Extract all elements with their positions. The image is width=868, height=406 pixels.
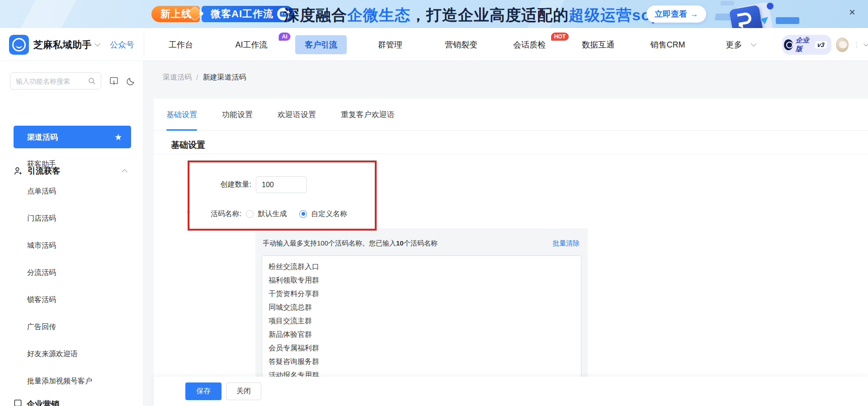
close-button[interactable]: 关闭: [226, 382, 261, 400]
dark-mode-moon-icon[interactable]: [127, 77, 135, 85]
star-icon[interactable]: ★: [114, 132, 122, 142]
sidebar: 引流获客 渠道活码 ★ 获客助手 点单活码 门店活码 城市活码 分流活码 锁客活…: [0, 61, 144, 406]
chevron-down-icon: [94, 41, 100, 47]
nav-item-label: 客户引流: [295, 35, 347, 54]
sidebar-item-city-code[interactable]: 城市活码: [0, 232, 144, 259]
content-area: 渠道活码 / 新建渠道活码 基础设置 功能设置 欢迎语设置 重复客户欢迎语 基础…: [144, 61, 868, 406]
ai-badge: AI: [279, 33, 291, 41]
sidebar-section-partial[interactable]: 企业营销: [14, 399, 59, 406]
banner-headline: 深度融合企微生态，打造企业高度适配的超级运营sop: [284, 5, 660, 26]
breadcrumb-current: 新建渠道活码: [203, 73, 246, 82]
sidebar-item-friend-source-welcome[interactable]: 好友来源欢迎语: [0, 340, 144, 368]
chevron-down-icon[interactable]: [863, 41, 868, 46]
tab-label: 功能设置: [222, 109, 253, 120]
create-count-input[interactable]: [256, 176, 307, 193]
user-zone: 企业版 v3 ⋮: [782, 28, 868, 61]
sidebar-item-ad-callback[interactable]: 广告回传: [0, 313, 144, 340]
nav-item-workbench[interactable]: 工作台: [159, 28, 203, 61]
save-button[interactable]: 保存: [185, 382, 222, 400]
name-line: 粉丝交流群入口: [269, 260, 575, 274]
nav-item-label: 会话质检: [504, 35, 555, 54]
sidebar-item-acquisition-assistant[interactable]: 获客助手: [0, 151, 144, 178]
create-count-label: 创建数量:: [194, 180, 251, 189]
banner-decoration: [16, 0, 79, 28]
nav-item-sales-crm[interactable]: 销售CRM: [641, 28, 695, 61]
hot-badge: HOT: [551, 33, 569, 41]
edition-name: 企业版: [796, 36, 812, 53]
divider: [154, 154, 868, 154]
headline-highlight: 企微生态: [347, 6, 410, 24]
section-heading: 基础设置: [171, 139, 205, 151]
nav-item-group-management[interactable]: 群管理: [368, 28, 412, 61]
cta-label: 立即查看: [655, 9, 687, 19]
app-window: 新上线 微客AI工作流 深度融合企微生态，打造企业高度适配的超级运营sop 立即…: [0, 0, 868, 406]
nav-item-label: 更多: [717, 35, 752, 54]
tab-basic-settings[interactable]: 基础设置: [166, 99, 197, 130]
sidebar-item-label: 渠道活码: [27, 132, 58, 142]
hint-text: 手动输入最多支持100个活码名称。您已输入: [263, 239, 396, 247]
nav-item-label: 销售CRM: [641, 35, 695, 54]
tab-repeat-customer-welcome[interactable]: 重复客户欢迎语: [341, 99, 395, 130]
names-textarea[interactable]: 粉丝交流群入口 福利领取专用群 干货资料分享群 同城交流总群 项目交流主群 新品…: [262, 255, 581, 381]
nav-item-label: 工作台: [159, 35, 203, 54]
user-avatar[interactable]: [836, 38, 849, 52]
nav-item-ai-workflow[interactable]: AI工作流 AI: [226, 28, 277, 61]
radio-custom-name[interactable]: 自定义名称: [299, 209, 347, 219]
nav-item-customer-acquisition[interactable]: 客户引流: [295, 28, 347, 61]
name-line: 同城交流总群: [269, 301, 575, 314]
banner-close-icon[interactable]: ×: [845, 5, 859, 19]
name-line: 干货资料分享群: [269, 287, 575, 301]
radio-default-generate[interactable]: 默认生成: [246, 209, 287, 219]
import-window-icon[interactable]: [109, 77, 118, 85]
radio-checked-icon: [299, 210, 307, 218]
sidebar-item-lock-code[interactable]: 锁客活码: [0, 286, 144, 313]
sidebar-item-order-code[interactable]: 点单活码: [0, 178, 144, 205]
top-navbar: 芝麻私域助手 公众号 工作台 AI工作流 AI 客户引流 群管理 营销裂变 会话…: [0, 28, 868, 61]
tab-welcome-settings[interactable]: 欢迎语设置: [278, 99, 316, 130]
sidebar-search-row: [10, 72, 135, 90]
board-icon: [14, 399, 22, 406]
search-box[interactable]: [10, 72, 101, 90]
edition-badge[interactable]: 企业版 v3: [782, 35, 831, 55]
tab-label: 重复客户欢迎语: [341, 109, 395, 120]
headline-text: ，打造企业高度适配的: [410, 6, 569, 24]
hint-text: 个活码名称: [404, 239, 438, 247]
more-options-icon[interactable]: ⋮: [853, 41, 860, 49]
name-line: 会员专属福利群: [269, 341, 575, 355]
flow-arrowhead-icon: [735, 22, 743, 28]
banner-product-tag: 微客AI工作流: [202, 6, 294, 22]
sidebar-item-store-code[interactable]: 门店活码: [0, 205, 144, 232]
hint-count: 10: [396, 239, 404, 247]
nav-item-marketing-fission[interactable]: 营销裂变: [435, 28, 487, 61]
nav-item-label: 营销裂变: [435, 35, 487, 54]
banner-product-label: 微客AI工作流: [211, 7, 274, 21]
radio-label: 默认生成: [258, 209, 287, 219]
sidebar-item-batch-add-video-customers[interactable]: 批量添加视频号客户: [0, 368, 144, 395]
search-icon: [88, 77, 95, 85]
search-input[interactable]: [16, 77, 88, 85]
nav-item-more[interactable]: 更多: [717, 28, 756, 61]
edition-version: v3: [815, 41, 827, 48]
code-name-radio-group: 默认生成 自定义名称: [246, 209, 347, 219]
nav-item-data-exchange[interactable]: 数据互通: [572, 28, 624, 61]
names-hint: 手动输入最多支持100个活码名称。您已输入10个活码名称: [263, 239, 438, 248]
create-count-row: 创建数量:: [194, 176, 307, 193]
sidebar-item-channel-code-active[interactable]: 渠道活码 ★: [14, 126, 131, 148]
nav-item-label: AI工作流: [226, 35, 277, 54]
official-account-link[interactable]: 公众号: [110, 28, 134, 61]
name-line: 新品体验官群: [269, 328, 575, 341]
brand-name: 芝麻私域助手: [33, 38, 92, 51]
required-asterisk: *: [187, 210, 190, 218]
brand-selector[interactable]: 芝麻私域助手: [33, 28, 99, 61]
breadcrumb-parent[interactable]: 渠道活码: [163, 73, 192, 82]
custom-names-panel: 手动输入最多支持100个活码名称。您已输入10个活码名称 批量清除 粉丝交流群入…: [255, 228, 588, 385]
breadcrumb-separator: /: [196, 74, 198, 82]
form-card: 基础设置 功能设置 欢迎语设置 重复客户欢迎语 基础设置 创建数量: * 活码名…: [154, 99, 868, 406]
name-line: 答疑咨询服务群: [269, 355, 575, 368]
batch-clear-link[interactable]: 批量清除: [552, 239, 580, 248]
sidebar-item-split-code[interactable]: 分流活码: [0, 259, 144, 286]
tab-function-settings[interactable]: 功能设置: [222, 99, 253, 130]
nav-item-session-qc[interactable]: 会话质检 HOT: [504, 28, 555, 61]
banner-cta-button[interactable]: 立即查看 →: [646, 5, 706, 23]
breadcrumb: 渠道活码 / 新建渠道活码: [163, 73, 246, 82]
